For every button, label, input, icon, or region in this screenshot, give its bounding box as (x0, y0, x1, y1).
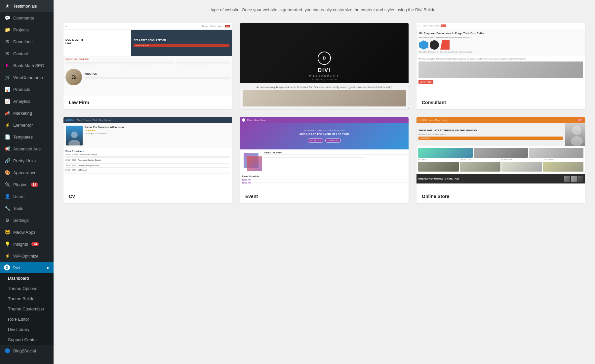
divi-submenu: Dashboard Theme Options Theme Builder Th… (0, 273, 54, 345)
submenu-label: Dashboard (8, 276, 29, 281)
sidebar-item-projects[interactable]: 📁 Projects (0, 24, 54, 36)
sidebar-item-label: Donations (13, 39, 33, 44)
insights-badge: 14 (31, 242, 39, 246)
advanced-ads-icon: 📢 (4, 145, 11, 152)
sidebar-item-label: Tools (13, 206, 23, 211)
sidebar-item-label: Marketing (13, 111, 32, 116)
submenu-item-dashboard[interactable]: Dashboard (0, 273, 54, 283)
submenu-label: Theme Customizer (8, 306, 44, 311)
sidebar-item-label: Settings (13, 218, 29, 223)
sidebar-item-label: Divi (13, 265, 20, 270)
rank-math-icon: R (4, 62, 11, 69)
sidebar-item-wp-optimize[interactable]: ⚡ WP-Optimize (0, 250, 54, 262)
template-label-law-firm: Law Firm (63, 96, 232, 109)
template-preview-law-firm: ≡ Menu Menu Menu btn DOE & SMITHLAW GET … (63, 23, 232, 96)
sidebar-item-divi[interactable]: D Divi ▶ (0, 262, 54, 273)
meow-apps-icon: 🐱 (4, 229, 11, 235)
sidebar-item-users[interactable]: 👤 Users (0, 190, 54, 202)
template-preview-event: Menu Menu Menu SEPTEMBER 12TH, 2022 | NE… (240, 117, 409, 190)
sidebar-item-label: Rank Math SEO (13, 63, 44, 68)
page-header: type of website. Once your website is ge… (63, 7, 585, 13)
woocommerce-icon: 🛒 (4, 74, 11, 81)
sidebar-item-label: Insights (13, 242, 28, 247)
sidebar-item-advanced-ads[interactable]: 📢 Advanced Ads (0, 143, 54, 155)
template-card-restaurant[interactable]: D DIVI RESTAURANT 123 456 789 | 123 456 … (240, 23, 409, 109)
sidebar-item-templates[interactable]: 📄 Templates (0, 131, 54, 143)
plugins-badge: 18 (31, 182, 38, 187)
sidebar-item-products[interactable]: 📊 Products (0, 83, 54, 95)
sidebar-item-label: Blog2Social (13, 348, 36, 353)
sidebar-item-testimonials[interactable]: ★ Testimonials (0, 0, 54, 12)
sidebar-item-rank-math-seo[interactable]: R Rank Math SEO (0, 60, 54, 71)
template-card-cv[interactable]: LOGO About Projects Work Blog Contact He… (63, 117, 232, 203)
submenu-label: Theme Builder (8, 296, 36, 301)
elementor-icon: ⚡ (4, 122, 11, 128)
main-content: type of website. Once your website is ge… (54, 0, 595, 364)
sidebar-item-label: Comments (13, 16, 34, 20)
tools-icon: 🔧 (4, 205, 11, 212)
sidebar-item-woocommerce[interactable]: 🛒 WooCommerce (0, 71, 54, 83)
divi-icon: D (4, 264, 10, 270)
products-icon: 📊 (4, 86, 11, 93)
template-preview-cv: LOGO About Projects Work Blog Contact He… (63, 117, 232, 190)
template-card-online-store[interactable]: ≡ LOGO Menu Menu Menu SHOP SHOP THE LATE… (416, 117, 585, 203)
sidebar: ★ Testimonials 💬 Comments 📁 Projects ✉ D… (0, 0, 54, 364)
marketing-icon: 📣 (4, 110, 11, 116)
header-text: type of website. Once your website is ge… (63, 7, 585, 13)
sidebar-item-meow-apps[interactable]: 🐱 Meow Apps (0, 226, 54, 238)
sidebar-item-label: Elementor (13, 123, 33, 128)
sidebar-item-plugins[interactable]: 🔌 Plugins 18 (0, 179, 54, 190)
divi-expand-icon: ▶ (47, 266, 50, 269)
templates-icon: 📄 (4, 134, 11, 140)
sidebar-item-label: Testimonials (13, 4, 37, 9)
testimonials-icon: ★ (4, 3, 11, 9)
sidebar-item-label: Appearance (13, 170, 36, 175)
sidebar-item-donations[interactable]: ✉ Donations (0, 36, 54, 48)
submenu-item-divi-library[interactable]: Divi Library (0, 324, 54, 335)
template-preview-online-store: ≡ LOGO Menu Menu Menu SHOP SHOP THE LATE… (416, 117, 585, 190)
sidebar-item-label: WooCommerce (13, 75, 43, 80)
sidebar-item-label: Contact (13, 51, 28, 56)
sidebar-item-elementor[interactable]: ⚡ Elementor (0, 119, 54, 131)
submenu-item-theme-builder[interactable]: Theme Builder (0, 294, 54, 304)
sidebar-item-label: Projects (13, 27, 29, 32)
mock-hero: DOE & SMITHLAW GET A FREE CONSULTATION S… (63, 30, 232, 56)
sidebar-item-analytics[interactable]: 📈 Analytics (0, 95, 54, 107)
mock-nav: ≡ Menu Menu Menu btn (63, 23, 232, 30)
sidebar-item-insights[interactable]: 💡 Insights 14 (0, 238, 54, 250)
appearance-icon: 🎨 (4, 169, 11, 176)
template-card-event[interactable]: Menu Menu Menu SEPTEMBER 12TH, 2022 | NE… (240, 117, 409, 203)
sidebar-item-blog2social[interactable]: 🔵 Blog2Social (0, 345, 54, 357)
submenu-item-theme-options[interactable]: Theme Options (0, 283, 54, 294)
sidebar-item-contact[interactable]: ✉ Contact (0, 48, 54, 60)
sidebar-item-appearance[interactable]: 🎨 Appearance (0, 167, 54, 179)
sidebar-item-label: Pretty Links (13, 158, 36, 163)
blog2social-icon: 🔵 (4, 347, 11, 354)
analytics-icon: 📈 (4, 98, 11, 104)
template-preview-restaurant: D DIVI RESTAURANT 123 456 789 | 123 456 … (240, 23, 409, 109)
template-preview-consultant: ≡ Menu Menu Menu BTN We Empower Business… (416, 23, 585, 96)
settings-icon: ⚙ (4, 217, 11, 223)
sidebar-item-pretty-links[interactable]: 🔗 Pretty Links (0, 155, 54, 167)
sidebar-item-settings[interactable]: ⚙ Settings (0, 214, 54, 226)
insights-icon: 💡 (4, 241, 11, 247)
sidebar-item-label: Templates (13, 135, 33, 140)
submenu-item-support-center[interactable]: Support Center (0, 335, 54, 345)
submenu-label: Divi Library (8, 327, 29, 332)
template-card-consultant[interactable]: ≡ Menu Menu Menu BTN We Empower Business… (416, 23, 585, 109)
projects-icon: 📁 (4, 26, 11, 33)
pretty-links-icon: 🔗 (4, 157, 11, 164)
sidebar-item-label: Products (13, 87, 30, 92)
sidebar-item-comments[interactable]: 💬 Comments (0, 12, 54, 24)
contact-icon: ✉ (4, 50, 11, 57)
submenu-item-theme-customizer[interactable]: Theme Customizer (0, 304, 54, 314)
template-card-law-firm[interactable]: ≡ Menu Menu Menu btn DOE & SMITHLAW GET … (63, 23, 232, 109)
submenu-item-role-editor[interactable]: Role Editor (0, 314, 54, 324)
sidebar-item-tools[interactable]: 🔧 Tools (0, 202, 54, 214)
svg-point-0 (71, 132, 78, 138)
comments-icon: 💬 (4, 15, 11, 21)
sidebar-item-marketing[interactable]: 📣 Marketing (0, 107, 54, 119)
svg-point-3 (571, 136, 583, 146)
sidebar-item-label: Advanced Ads (13, 146, 41, 151)
sidebar-item-label: Meow Apps (13, 230, 35, 235)
